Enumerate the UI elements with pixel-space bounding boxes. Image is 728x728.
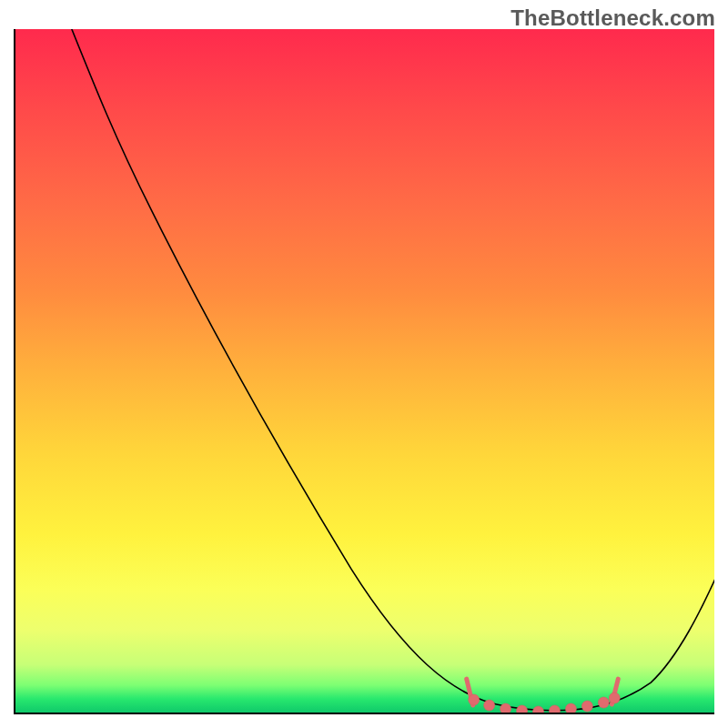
bottleneck-curve [65,29,714,711]
optimum-marker [565,703,576,714]
plot-area [14,29,714,714]
optimum-marker [500,703,511,714]
attribution-text: TheBottleneck.com [511,5,715,31]
curve-layer [15,29,714,713]
optimum-marker [598,697,609,708]
optimum-marker [533,706,544,714]
optimum-marker [517,705,528,714]
optimum-marker [484,700,495,711]
optimum-marker [469,694,480,705]
chart-container: TheBottleneck.com [0,0,728,728]
optimum-marker [609,693,620,703]
optimum-marker [581,701,592,712]
optimum-marker [549,705,560,714]
